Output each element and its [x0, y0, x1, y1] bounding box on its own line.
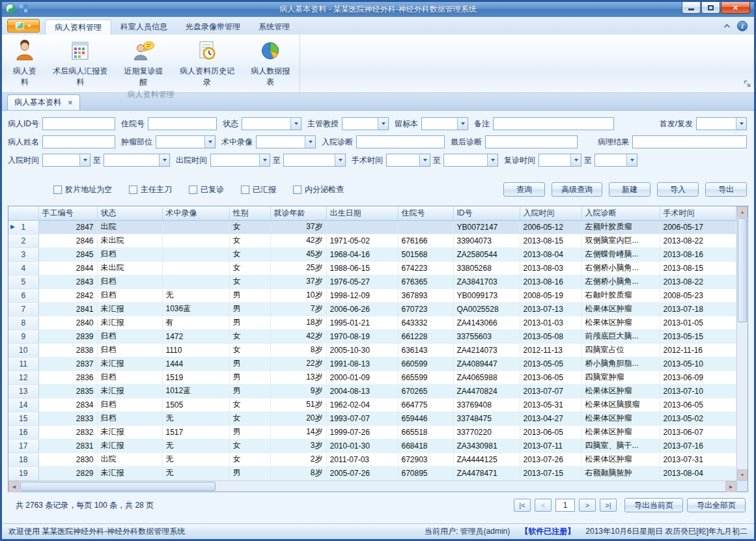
cell[interactable]: YB0099173	[453, 288, 520, 302]
cell[interactable]: 2006-05-12	[520, 220, 581, 234]
cell[interactable]: 2013-07-18	[660, 302, 736, 316]
chevron-down-icon[interactable]	[457, 118, 468, 130]
revisit-time-to-combo[interactable]	[595, 154, 637, 167]
cell[interactable]: 2013-08-04	[520, 247, 581, 261]
checkbox-film-address-empty[interactable]: 胶片地址为空	[53, 184, 112, 195]
cell[interactable]: 676365	[398, 275, 453, 288]
cell[interactable]: 出院	[97, 220, 162, 234]
table-row[interactable]: 72841未汇报1036蓝男7岁2006-06-26670723QA002552…	[8, 302, 736, 316]
table-row[interactable]: 42844未出院女25岁1988-06-15674223338052682013…	[8, 261, 736, 275]
table-row[interactable]: 172831未汇报无女3岁2010-01-30668418ZA343098120…	[8, 439, 736, 452]
cell[interactable]: 女	[229, 220, 270, 234]
cell[interactable]: 1517	[162, 425, 229, 439]
chevron-down-icon[interactable]	[305, 136, 315, 148]
admission-no-input[interactable]	[148, 117, 217, 130]
cell[interactable]	[162, 247, 229, 261]
cell[interactable]: 2013-08-22	[660, 275, 736, 288]
table-row[interactable]: 132835未汇报1012蓝男9岁2004-08-13670265ZA44708…	[8, 384, 736, 398]
surgery-time-to-combo[interactable]	[443, 154, 498, 167]
row-header[interactable]: 5	[8, 275, 38, 288]
chevron-down-icon[interactable]	[290, 118, 301, 130]
cell[interactable]	[162, 275, 229, 288]
cell[interactable]: 33769408	[453, 398, 520, 411]
registered-link[interactable]: 【软件已注册】	[520, 526, 575, 537]
column-header[interactable]: 性别	[229, 206, 270, 220]
status-combo[interactable]	[242, 117, 301, 130]
cell[interactable]: 2841	[38, 302, 97, 316]
table-row[interactable]: 192829未汇报无男8岁2005-07-26670895ZA447847120…	[8, 466, 736, 480]
toolbar-grid-icon[interactable]	[19, 4, 28, 16]
cell[interactable]: 2846	[38, 234, 97, 247]
ribbon-tab-patient-management[interactable]: 病人资料管理	[45, 20, 111, 35]
cell[interactable]: YB0072147	[453, 220, 520, 234]
revisit-reminder-button[interactable]: 近期复诊提醒	[116, 36, 171, 89]
cell[interactable]: 无	[162, 411, 229, 425]
cell[interactable]: 左侧桥小脑角...	[581, 275, 660, 288]
chevron-down-icon[interactable]	[159, 154, 169, 166]
cell[interactable]: 2839	[38, 329, 97, 343]
cell[interactable]: 636143	[398, 343, 453, 357]
table-row[interactable]: 62842归档无男10岁1998-12-09367893YB0099173200…	[8, 288, 736, 302]
cell[interactable]: 归档	[97, 370, 162, 384]
cell[interactable]: 2008-05-19	[520, 288, 581, 302]
cell[interactable]: 9岁	[270, 384, 326, 398]
patient-name-input[interactable]	[42, 135, 115, 148]
cell[interactable]: 2013-07-31	[660, 452, 736, 466]
scroll-left-icon[interactable]: ◀	[8, 481, 20, 492]
cell[interactable]: ZA3841703	[453, 275, 520, 288]
cell[interactable]: 665518	[398, 425, 453, 439]
cell[interactable]: 1519	[162, 370, 229, 384]
cell[interactable]	[162, 261, 229, 275]
cell[interactable]: 1970-08-19	[326, 329, 398, 343]
ribbon-tab-staff-info[interactable]: 科室人员信息	[111, 20, 176, 35]
postop-report-button[interactable]: 术后病人汇报资料	[45, 36, 116, 89]
table-row[interactable]: 182830出院无女2岁2011-07-03672903ZA4444125201…	[8, 452, 736, 466]
cell[interactable]: 33748475	[453, 411, 520, 425]
row-header[interactable]: 13	[8, 384, 38, 398]
cell[interactable]: 女	[229, 343, 270, 357]
cell[interactable]: 2013-08-15	[660, 261, 736, 275]
cell[interactable]: 2000-01-09	[326, 370, 398, 384]
next-page-button[interactable]: >	[579, 499, 596, 512]
row-header[interactable]: 9	[8, 329, 38, 343]
cell[interactable]: 男	[229, 357, 270, 370]
final-diagnosis-input[interactable]	[485, 135, 578, 148]
table-row[interactable]: 32845归档女45岁1968-04-16501568ZA25805442013…	[8, 247, 736, 261]
cell[interactable]: 四脑室、脑干...	[581, 439, 660, 452]
maximize-button[interactable]	[701, 2, 720, 14]
cell[interactable]: 33755603	[453, 329, 520, 343]
table-row[interactable]: 92839归档1472女42岁1970-08-19661228337556032…	[8, 329, 736, 343]
cell[interactable]: 643332	[398, 316, 453, 329]
cell[interactable]: 367893	[398, 288, 453, 302]
cell[interactable]: 男	[229, 316, 270, 329]
cell[interactable]	[326, 220, 398, 234]
discharge-time-from-combo[interactable]	[210, 154, 270, 167]
cell[interactable]: 670265	[398, 384, 453, 398]
cell[interactable]: 右颞叶胶质瘤	[581, 288, 660, 302]
cell[interactable]: 2岁	[270, 452, 326, 466]
cell[interactable]: 33770220	[453, 425, 520, 439]
cell[interactable]: 女	[229, 398, 270, 411]
cell[interactable]: 男	[229, 425, 270, 439]
row-header[interactable]: 16	[8, 425, 38, 439]
cell[interactable]: 2005-10-30	[326, 343, 398, 357]
cell[interactable]: 2013-06-05	[520, 425, 581, 439]
table-row[interactable]: 112837未汇报1444男22岁1991-08-13660599ZA40894…	[8, 357, 736, 370]
cell[interactable]: 女	[229, 452, 270, 466]
cell[interactable]: 2010-01-30	[326, 439, 398, 452]
cell[interactable]: 左额叶胶质瘤	[581, 220, 660, 234]
surgery-time-from-combo[interactable]	[386, 154, 430, 167]
cell[interactable]: 18岁	[270, 316, 326, 329]
column-header[interactable]: 出生日期	[326, 206, 398, 220]
new-button[interactable]: 新建	[609, 182, 651, 197]
cell[interactable]: 2838	[38, 343, 97, 357]
admission-diagnosis-input[interactable]	[356, 135, 445, 148]
row-header[interactable]: 3	[8, 247, 38, 261]
cell[interactable]: 1999-07-26	[326, 425, 398, 439]
cell[interactable]: 2847	[38, 220, 97, 234]
cell[interactable]: 前颅底巨大脑...	[581, 329, 660, 343]
cell[interactable]: 2840	[38, 316, 97, 329]
patient-report-chart-button[interactable]: 病人数据报表	[243, 36, 298, 89]
specimen-combo[interactable]	[421, 117, 468, 130]
cell[interactable]	[398, 220, 453, 234]
